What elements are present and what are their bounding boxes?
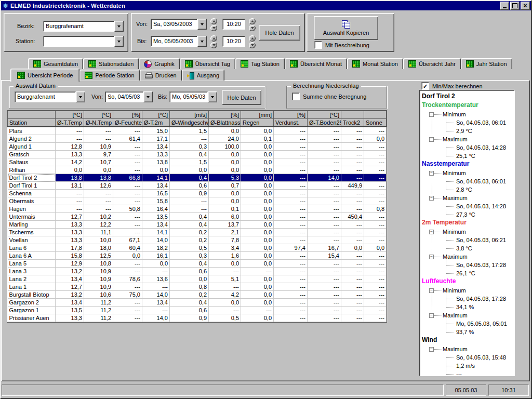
station-cell[interactable]: Marling	[8, 221, 56, 229]
column-header[interactable]: Ø-T.Temp	[56, 119, 84, 127]
table-row[interactable]: Lana 6 A15,812,50,016,10,31,60,0---15,4-…	[8, 252, 387, 260]
filter-bis-date-select[interactable]: Mo, 05/05/03	[169, 91, 217, 102]
tab-tag-station[interactable]: Tag Station	[235, 58, 285, 69]
station-cell[interactable]: Plars	[8, 127, 56, 135]
station-cell[interactable]: Schenna	[8, 190, 56, 197]
tab-uebersicht-periode[interactable]: Übersicht Periode	[10, 69, 79, 82]
station-cell[interactable]: Lana 1	[8, 283, 56, 291]
minimize-button[interactable]	[500, 2, 509, 10]
von-date-select[interactable]: Sa, 03/05/2003	[151, 19, 207, 30]
summe-ohne-beregnung-checkbox[interactable]	[292, 92, 300, 100]
bis-time-field[interactable]: 10:20	[222, 36, 245, 47]
tree-node-label[interactable]: Maximum	[443, 195, 468, 201]
von-time-spinner[interactable]	[249, 18, 256, 30]
table-row[interactable]: Algund 2------61,417,1---24,00,1--------…	[8, 135, 387, 143]
table-row[interactable]: Voellan13,310,067,114,00,27,80,0--------…	[8, 236, 387, 244]
collapse-icon[interactable]: −	[429, 347, 434, 352]
table-row[interactable]: Gargazon 113,511,2------0,6-------------…	[8, 307, 387, 314]
station-cell[interactable]: Gargazon 2	[8, 299, 56, 307]
column-header[interactable]: Ø-Blattnass	[209, 119, 241, 127]
tab-monat-station[interactable]: Monat Station	[347, 58, 403, 69]
collapse-icon[interactable]: −	[429, 196, 434, 201]
table-row[interactable]: Lana 313,210,9------0,6-----------------…	[8, 268, 387, 275]
spin-down-icon[interactable]	[210, 25, 217, 31]
station-cell[interactable]: Saltaus	[8, 158, 56, 166]
table-row[interactable]: Schenna---------16,50,90,00,0-----------…	[8, 190, 387, 197]
table-row[interactable]: Lana 617,818,060,418,20,53,40,097,416,70…	[8, 244, 387, 252]
maximize-button[interactable]	[510, 2, 520, 10]
tree-node-label[interactable]: Maximum	[443, 254, 468, 260]
column-header[interactable]: Ø-N.Temp	[84, 119, 113, 127]
spin-up-icon[interactable]	[210, 35, 217, 42]
dropdown-arrow-icon[interactable]	[143, 91, 153, 102]
mit-beschreibung-checkbox[interactable]	[314, 41, 322, 49]
column-header[interactable]: Ø-Feuchte	[113, 119, 142, 127]
station-cell[interactable]: Lana 6	[8, 244, 56, 252]
dropdown-arrow-icon[interactable]	[114, 21, 124, 32]
spin-up-icon[interactable]	[249, 18, 256, 24]
minmax-berechnen-checkbox[interactable]: ✓	[421, 82, 429, 90]
station-cell[interactable]: Voellan	[8, 236, 56, 244]
close-button[interactable]: ×	[521, 2, 530, 10]
column-header[interactable]: Trock2	[341, 119, 364, 127]
dropdown-arrow-icon[interactable]	[76, 91, 85, 102]
table-row[interactable]: Dorf Tirol 113,112,6---13,40,60,70,0----…	[8, 182, 387, 190]
table-row[interactable]: Dorf Tirol 213,813,866,814,10,45,30,0---…	[8, 174, 387, 182]
tree-node-label[interactable]: Maximum	[443, 312, 468, 318]
tab-graphik[interactable]: Graphik	[139, 58, 180, 69]
dropdown-arrow-icon[interactable]	[197, 36, 207, 47]
table-row[interactable]: Gratsch13,39,7---13,30,40,00,0----------…	[8, 151, 387, 158]
station-cell[interactable]: Algund 2	[8, 135, 56, 143]
table-row[interactable]: Lana 213,410,978,613,60,05,10,0---------…	[8, 275, 387, 283]
station-cell[interactable]: Dorf Tirol 1	[8, 182, 56, 190]
hole-daten-button[interactable]: Hole Daten	[259, 25, 300, 41]
collapse-icon[interactable]: −	[429, 137, 434, 142]
dropdown-arrow-icon[interactable]	[197, 19, 207, 30]
collapse-icon[interactable]: −	[429, 313, 434, 318]
von-time-field[interactable]: 10:20	[222, 19, 245, 30]
tab-gesamtdaten[interactable]: Gesamtdaten	[28, 58, 83, 69]
column-header[interactable]: Ø-T.2m	[142, 119, 170, 127]
spin-up-icon[interactable]	[249, 35, 256, 42]
table-row[interactable]: Hagen------50,816,4---0,10,0---------0,8	[8, 205, 387, 213]
bis-time-spinner[interactable]	[249, 35, 256, 47]
table-row[interactable]: Burgstall Biotop13,210,675,014,00,24,20,…	[8, 291, 387, 299]
station-cell[interactable]: Hagen	[8, 205, 56, 213]
tab-stationsdaten[interactable]: Stationsdaten	[83, 58, 139, 69]
table-row[interactable]: Tscherms13,311,1---14,10,22,10,0--------…	[8, 229, 387, 236]
dropdown-arrow-icon[interactable]	[114, 36, 124, 47]
tab-uebersicht-jahr[interactable]: Übersicht Jahr	[403, 58, 461, 69]
table-row[interactable]: Lana 512,910,8---0,00,40,00,0-----------…	[8, 260, 387, 268]
filter-hole-daten-button[interactable]: Hole Daten	[222, 90, 261, 105]
spin-down-icon[interactable]	[249, 42, 256, 48]
collapse-icon[interactable]: −	[429, 288, 434, 293]
table-row[interactable]: Lana 112,710,9------0,8---0,0-----------…	[8, 283, 387, 291]
table-row[interactable]: Plars---------15,01,50,00,0------------	[8, 127, 387, 135]
tree-node-label[interactable]: Minimum	[443, 229, 466, 235]
station-cell[interactable]: Dorf Tirol 2	[8, 174, 56, 182]
station-cell[interactable]: Untermais	[8, 213, 56, 221]
column-header[interactable]: Ø-Windgeschw	[170, 119, 209, 127]
filter-bezirk-select[interactable]: Burggrafenamt	[15, 91, 85, 102]
column-header[interactable]: Station	[8, 119, 56, 127]
auswahl-kopieren-button[interactable]: Auswahl Kopieren	[314, 16, 378, 40]
tab-ausgang[interactable]: Ausgang	[182, 70, 224, 81]
collapse-icon[interactable]: −	[429, 230, 434, 234]
tree-node-label[interactable]: Minimum	[443, 111, 466, 117]
tree-node-label[interactable]: Maximum	[443, 346, 468, 352]
station-cell[interactable]: Riffian	[8, 166, 56, 174]
spin-down-icon[interactable]	[210, 42, 217, 48]
station-cell[interactable]: Gratsch	[8, 151, 56, 158]
collapse-icon[interactable]: −	[429, 255, 434, 259]
station-cell[interactable]: Lana 3	[8, 268, 56, 275]
table-row[interactable]: Riffian0,00,0---0,00,00,00,0------------	[8, 166, 387, 174]
tab-jahr-station[interactable]: Jahr Station	[461, 58, 512, 69]
table-row[interactable]: Obermais---------15,8---0,00,0----------…	[8, 197, 387, 205]
station-cell[interactable]: Tscherms	[8, 229, 56, 236]
tree-node-label[interactable]: Minimum	[443, 287, 466, 294]
table-row[interactable]: Prissianer Auen13,311,2---14,00,90,50,0-…	[8, 314, 387, 322]
tab-drucken[interactable]: Drucken	[140, 70, 182, 81]
tree-node-label[interactable]: Minimum	[443, 170, 466, 176]
bis-date-spinner[interactable]	[210, 35, 217, 47]
tab-periode-station[interactable]: Periode Station	[79, 70, 139, 81]
